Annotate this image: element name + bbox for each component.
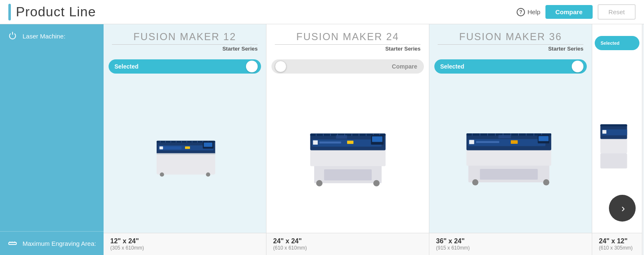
product-header-fm12: FUSION MAKER 12 Starter Series (104, 24, 266, 57)
toggle-partial[interactable]: Selected (595, 36, 639, 50)
svg-rect-12 (185, 146, 190, 149)
svg-rect-80 (601, 153, 627, 168)
product-col-fm36: FUSION MAKER 36 Starter Series Selected (429, 24, 592, 255)
toggle-fm36[interactable]: Selected (434, 59, 587, 74)
next-arrow-icon: › (621, 202, 625, 215)
product-image-fm24 (266, 74, 429, 233)
spec-sub-fm24: (610 x 610mm) (273, 245, 422, 251)
svg-rect-52 (336, 135, 347, 139)
svg-rect-47 (347, 140, 353, 144)
svg-rect-55 (466, 149, 551, 166)
specs-fm36: 36" x 24" (915 x 610mm) (429, 233, 592, 255)
toggle-label-partial: Selected (598, 41, 636, 46)
compare-button[interactable]: Compare (545, 5, 593, 19)
toggle-switch-fm12[interactable] (246, 61, 258, 72)
laser-machine-svg-fm36 (461, 114, 561, 193)
svg-rect-11 (159, 146, 163, 149)
svg-rect-45 (313, 140, 317, 144)
svg-rect-25 (204, 143, 212, 147)
product-content: FUSION MAKER 12 Starter Series Selected (104, 24, 644, 255)
sidebar: Laser Machine: Maximum Engraving Area: (0, 24, 104, 255)
svg-rect-46 (319, 141, 341, 143)
toggle-switch-fm36[interactable] (572, 61, 583, 72)
products-row: FUSION MAKER 12 Starter Series Selected (104, 24, 644, 255)
product-divider-fm12 (112, 44, 258, 45)
svg-point-75 (472, 179, 478, 185)
spec-value-partial: 24" x 12" (599, 237, 635, 245)
product-divider-fm36 (438, 44, 583, 45)
max-engraving-label: Maximum Engraving Area: (23, 240, 96, 247)
product-header-fm24: FUSION MAKER 24 Starter Series (266, 24, 429, 57)
main-layout: Laser Machine: Maximum Engraving Area: (0, 24, 644, 255)
spec-value-fm36: 36" x 24" (436, 237, 585, 245)
svg-point-51 (373, 180, 379, 186)
product-divider-fm24 (275, 44, 421, 45)
svg-rect-70 (476, 141, 499, 143)
header-accent-stripe (8, 4, 11, 20)
toggle-label-fm12: Selected (112, 63, 246, 70)
svg-rect-77 (601, 138, 627, 153)
svg-rect-73 (538, 136, 548, 141)
svg-rect-7 (157, 153, 215, 175)
help-icon: ? (517, 8, 525, 16)
svg-point-28 (206, 172, 210, 176)
toggle-label-fm24: Compare (287, 63, 421, 70)
svg-rect-69 (469, 140, 474, 144)
product-series-fm36: Starter Series (429, 46, 592, 52)
specs-partial: 24" x 12" (610 x 305mm) (592, 233, 642, 255)
help-label: Help (527, 8, 540, 15)
spec-sub-fm12: (305 x 610mm) (110, 245, 259, 251)
product-series-fm12: Starter Series (104, 46, 266, 52)
svg-rect-49 (372, 136, 382, 142)
sidebar-item-laser-machine: Laser Machine: (0, 24, 104, 48)
toggle-fm24[interactable]: Compare (271, 59, 424, 74)
help-button[interactable]: ? Help (517, 8, 540, 16)
svg-rect-79 (601, 124, 627, 126)
laser-machine-svg-fm24 (298, 114, 398, 193)
spec-value-fm24: 24" x 24" (273, 237, 422, 245)
svg-rect-74 (498, 135, 511, 138)
header-right: ? Help Compare Reset (517, 4, 636, 20)
spec-sub-fm36: (915 x 610mm) (436, 245, 585, 251)
product-name-fm24: FUSION MAKER 24 (266, 31, 429, 43)
laser-machine-svg-partial (596, 108, 638, 175)
header-left: Product Line (8, 4, 96, 20)
svg-rect-30 (324, 169, 372, 181)
laser-machine-svg-fm12 (150, 123, 221, 184)
svg-rect-82 (602, 130, 606, 134)
sidebar-spacer (0, 48, 104, 231)
svg-point-27 (160, 172, 164, 176)
toggle-label-fm36: Selected (438, 63, 572, 70)
svg-rect-54 (480, 168, 538, 179)
product-col-fm24: FUSION MAKER 24 Starter Series Compare (266, 24, 429, 255)
ruler-icon (7, 237, 18, 249)
sidebar-item-max-engraving: Maximum Engraving Area: (0, 231, 104, 255)
page-title: Product Line (16, 4, 96, 20)
product-series-fm24: Starter Series (266, 46, 429, 52)
next-button[interactable]: › (609, 195, 636, 222)
product-image-fm12 (104, 74, 266, 233)
spec-sub-partial: (610 x 305mm) (599, 245, 635, 251)
svg-rect-10 (160, 146, 181, 149)
svg-rect-26 (157, 153, 215, 155)
laser-machine-label: Laser Machine: (23, 33, 66, 40)
spec-value-fm12: 12" x 24" (110, 237, 259, 245)
svg-point-76 (543, 179, 549, 185)
product-col-fm12: FUSION MAKER 12 Starter Series Selected (104, 24, 266, 255)
svg-rect-71 (511, 140, 518, 143)
product-image-fm36 (429, 74, 592, 233)
product-header-fm36: FUSION MAKER 36 Starter Series (429, 24, 592, 57)
specs-fm24: 24" x 24" (610 x 610mm) (266, 233, 429, 255)
svg-rect-31 (310, 149, 385, 166)
reset-button[interactable]: Reset (598, 4, 636, 20)
toggle-switch-fm24[interactable] (275, 61, 287, 72)
specs-fm12: 12" x 24" (305 x 610mm) (104, 233, 266, 255)
product-name-fm36: FUSION MAKER 36 (429, 31, 592, 43)
svg-point-50 (316, 180, 322, 186)
product-header-partial (592, 24, 642, 33)
power-icon (7, 30, 18, 42)
header: Product Line ? Help Compare Reset (0, 0, 644, 24)
toggle-fm12[interactable]: Selected (109, 59, 261, 74)
product-name-fm12: FUSION MAKER 12 (104, 31, 266, 43)
